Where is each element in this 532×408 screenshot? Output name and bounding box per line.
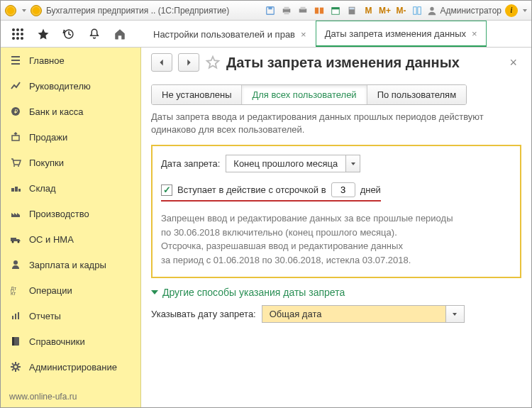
sidebar-item-warehouse[interactable]: Склад [1, 175, 140, 201]
chevron-down-icon[interactable] [446, 305, 465, 323]
sidebar-item-admin[interactable]: Администрирование [1, 354, 140, 380]
sidebar-item-assets[interactable]: ОС и НМА [1, 226, 140, 252]
memo-mplus-icon[interactable]: M+ [378, 4, 391, 17]
sidebar-item-label: ОС и НМА [29, 234, 74, 245]
sidebar-item-sales[interactable]: Продажи [1, 124, 140, 150]
calendar-icon[interactable] [329, 4, 342, 17]
calculator-icon[interactable] [345, 4, 358, 17]
seg-not-set[interactable]: Не установлены [152, 85, 242, 104]
main-area: Главное Руководителю ₽Банк и касса Прода… [1, 48, 531, 407]
date-label: Дата запрета: [161, 158, 220, 169]
sidebar-item-operations[interactable]: ДтКтОперации [1, 277, 140, 303]
user-icon [427, 6, 437, 16]
svg-rect-39 [12, 316, 13, 319]
sidebar-footer: www.online-ufa.ru [1, 386, 140, 407]
save-icon[interactable] [264, 4, 277, 17]
svg-point-23 [16, 37, 19, 40]
svg-rect-43 [12, 337, 14, 346]
svg-point-44 [13, 365, 18, 369]
sidebar-item-label: Покупки [29, 158, 64, 168]
print-icon[interactable] [280, 4, 293, 17]
expander-label: Другие способы указания даты запрета [162, 287, 345, 298]
compare-icon[interactable] [313, 4, 326, 17]
info-text: Запрещен ввод и редактирование данных за… [161, 211, 511, 267]
sidebar-item-main[interactable]: Главное [1, 48, 140, 73]
delay-days-input[interactable] [331, 182, 355, 197]
svg-point-16 [12, 28, 15, 31]
gear-icon [9, 360, 22, 373]
svg-rect-4 [284, 11, 289, 14]
expander-other-methods[interactable]: Другие способы указания даты запрета [151, 287, 521, 298]
tab-edit-prohibition-dates[interactable]: Даты запрета изменения данных × [316, 21, 487, 47]
date-select[interactable]: Конец прошлого месяца [226, 155, 360, 172]
sidebar-item-label: Операции [29, 285, 72, 296]
memo-m-icon[interactable]: M [362, 4, 375, 17]
svg-rect-40 [15, 314, 16, 319]
sidebar: Главное Руководителю ₽Банк и касса Прода… [1, 48, 141, 407]
close-page-button[interactable]: × [505, 55, 521, 70]
memo-mminus-icon[interactable]: M- [394, 4, 407, 17]
delay-checkbox[interactable] [161, 184, 172, 196]
home-icon[interactable] [107, 21, 133, 47]
book-icon [9, 335, 22, 348]
sidebar-item-bank[interactable]: ₽Банк и касса [1, 99, 140, 124]
sidebar-item-purchases[interactable]: Покупки [1, 150, 140, 175]
svg-rect-1 [269, 6, 272, 9]
sidebar-item-salary[interactable]: Зарплата и кадры [1, 252, 140, 277]
sidebar-item-label: Отчеты [29, 311, 61, 321]
sidebar-item-label: Производство [29, 209, 89, 219]
content-header: Даты запрета изменения данных × [151, 53, 521, 72]
nav-back-button[interactable] [151, 53, 172, 72]
app-menu-dropdown-icon[interactable] [22, 9, 26, 12]
close-icon[interactable]: × [472, 28, 477, 39]
favorite-star-outline-icon[interactable] [205, 55, 221, 70]
svg-rect-7 [315, 7, 318, 13]
sidebar-item-catalogs[interactable]: Справочники [1, 329, 140, 354]
chevron-down-icon[interactable] [346, 155, 360, 172]
app-window: Бухгалтерия предприятия .. (1С:Предприят… [0, 0, 532, 408]
svg-rect-27 [12, 136, 19, 140]
delay-suffix: дней [360, 184, 381, 195]
seg-all-users[interactable]: Для всех пользователей [242, 85, 367, 104]
date-select-value: Конец прошлого месяца [226, 155, 346, 172]
user-indicator[interactable]: Администратор [427, 6, 501, 16]
favorite-star-icon[interactable] [31, 21, 56, 47]
operations-icon: ДтКт [9, 284, 22, 297]
logo-1c-icon [5, 5, 16, 16]
sidebar-item-label: Главное [29, 55, 65, 66]
warehouse-icon [9, 182, 22, 194]
seg-by-user[interactable]: По пользователям [367, 85, 466, 104]
titlebar: Бухгалтерия предприятия .. (1С:Предприят… [1, 1, 531, 21]
bell-icon[interactable] [82, 21, 107, 47]
panels-icon[interactable] [411, 4, 423, 17]
info-icon[interactable]: i [505, 4, 518, 17]
main-toolbar: Настройки пользователей и прав × Даты за… [1, 21, 531, 48]
close-icon[interactable]: × [301, 29, 306, 40]
info-line: по 30.06.2018 включительно (конец прошло… [161, 227, 397, 238]
tab-user-settings[interactable]: Настройки пользователей и прав × [144, 21, 316, 47]
info-line: Запрещен ввод и редактирование данных за… [161, 213, 453, 224]
print2-icon[interactable] [297, 4, 309, 17]
svg-rect-31 [15, 187, 18, 192]
truck-icon [9, 233, 22, 246]
person-icon [9, 258, 22, 271]
svg-point-35 [18, 241, 20, 243]
svg-rect-32 [18, 189, 21, 192]
nav-forward-button[interactable] [178, 53, 199, 72]
svg-rect-10 [332, 7, 340, 9]
sidebar-item-label: Склад [29, 183, 56, 194]
sidebar-item-manager[interactable]: Руководителю [1, 73, 140, 99]
mode-label: Указывать дату запрета: [151, 309, 256, 319]
svg-point-15 [431, 6, 434, 10]
svg-rect-33 [11, 238, 16, 241]
scope-segmented-control: Не установлены Для всех пользователей По… [151, 84, 467, 105]
info-dropdown-icon[interactable] [523, 9, 527, 12]
svg-point-22 [12, 37, 15, 40]
svg-point-18 [21, 28, 23, 31]
sidebar-item-production[interactable]: Производство [1, 201, 140, 226]
mode-select[interactable]: Общая дата [262, 305, 465, 323]
svg-point-24 [21, 37, 23, 40]
apps-grid-icon[interactable] [5, 21, 31, 47]
history-icon[interactable] [56, 21, 82, 47]
sidebar-item-reports[interactable]: Отчеты [1, 303, 140, 329]
